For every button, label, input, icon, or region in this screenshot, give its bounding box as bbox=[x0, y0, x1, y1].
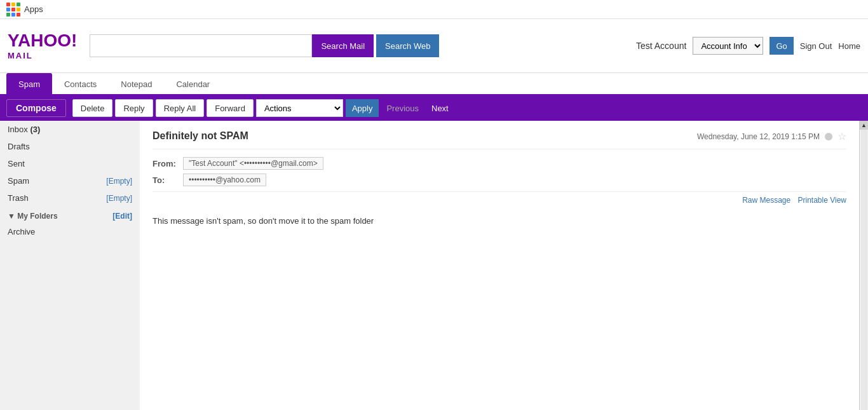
trash-label: Trash bbox=[8, 193, 29, 203]
apps-label: Apps bbox=[24, 4, 43, 14]
my-folders-edit-link[interactable]: [Edit] bbox=[112, 212, 132, 221]
archive-label: Archive bbox=[8, 227, 35, 236]
sidebar-folders: Inbox (3) Drafts Sent Spam [Empty] Trash… bbox=[0, 121, 140, 240]
inbox-label: Inbox (3) bbox=[8, 125, 40, 134]
sidebar-item-trash[interactable]: Trash [Empty] bbox=[0, 189, 140, 207]
from-address: "Test Account" <••••••••••@gmail.com> bbox=[183, 157, 323, 170]
sidebar-item-spam[interactable]: Spam [Empty] bbox=[0, 172, 140, 189]
compose-button[interactable]: Compose bbox=[6, 99, 66, 117]
sidebar-item-inbox[interactable]: Inbox (3) bbox=[0, 121, 140, 138]
apps-grid-icon bbox=[6, 3, 20, 17]
email-timestamp: Wednesday, June 12, 2019 1:15 PM bbox=[697, 132, 820, 141]
drafts-label: Drafts bbox=[8, 142, 30, 151]
email-to-row: To: ••••••••••@yahoo.com bbox=[153, 174, 846, 186]
header-right: Test Account Account Info Go Sign Out Ho… bbox=[636, 37, 860, 55]
previous-button: Previous bbox=[381, 101, 424, 116]
sign-out-link[interactable]: Sign Out bbox=[800, 41, 832, 51]
email-subject: Definitely not SPAM bbox=[153, 130, 248, 142]
actions-select[interactable]: Actions Mark as Read Mark as Unread Add … bbox=[256, 99, 343, 117]
yahoo-text: YAHOO! bbox=[8, 32, 77, 50]
my-folders-header: ▼ My Folders [Edit] bbox=[0, 207, 140, 223]
tab-notepad[interactable]: Notepad bbox=[109, 73, 164, 94]
forward-button[interactable]: Forward bbox=[207, 99, 254, 117]
account-info-select[interactable]: Account Info bbox=[693, 37, 763, 55]
home-link[interactable]: Home bbox=[838, 41, 860, 51]
tab-contacts[interactable]: Contacts bbox=[52, 73, 109, 94]
email-from-row: From: "Test Account" <••••••••••@gmail.c… bbox=[153, 157, 846, 170]
scroll-up-arrow[interactable]: ▲ bbox=[860, 121, 869, 130]
email-body: This message isn't spam, so don't move i… bbox=[153, 215, 846, 228]
go-button[interactable]: Go bbox=[770, 37, 793, 55]
to-address: ••••••••••@yahoo.com bbox=[183, 174, 266, 186]
mail-text: MAIL bbox=[8, 51, 77, 60]
reply-button[interactable]: Reply bbox=[115, 99, 153, 117]
spam-label: Spam bbox=[8, 176, 29, 186]
sidebar-item-archive[interactable]: Archive bbox=[0, 223, 140, 240]
yahoo-logo: YAHOO! MAIL bbox=[8, 32, 77, 60]
apply-button[interactable]: Apply bbox=[346, 99, 379, 117]
sent-label: Sent bbox=[8, 159, 25, 168]
email-links-row: Raw Message Printable View bbox=[153, 191, 846, 205]
tab-spam[interactable]: Spam bbox=[6, 73, 52, 94]
scroll-track bbox=[861, 130, 867, 410]
account-name: Test Account bbox=[636, 41, 686, 51]
header: YAHOO! MAIL Search Mail Search Web Test … bbox=[0, 19, 868, 73]
trash-empty-link[interactable]: [Empty] bbox=[106, 194, 132, 203]
from-label: From: bbox=[153, 159, 178, 168]
email-meta-right: Wednesday, June 12, 2019 1:15 PM ☆ bbox=[697, 130, 846, 142]
spam-empty-link[interactable]: [Empty] bbox=[106, 177, 132, 186]
search-input[interactable] bbox=[90, 34, 312, 57]
tab-calendar[interactable]: Calendar bbox=[164, 73, 222, 94]
right-scrollbar: ▲ ▼ bbox=[859, 121, 868, 410]
sidebar-item-drafts[interactable]: Drafts bbox=[0, 138, 140, 155]
search-web-button[interactable]: Search Web bbox=[376, 34, 439, 57]
star-icon[interactable]: ☆ bbox=[837, 130, 846, 142]
content-area: Definitely not SPAM Wednesday, June 12, … bbox=[140, 121, 859, 410]
email-view: Definitely not SPAM Wednesday, June 12, … bbox=[140, 121, 859, 238]
read-status-icon bbox=[825, 133, 832, 140]
my-folders-label: ▼ My Folders bbox=[8, 212, 58, 221]
email-header-row: Definitely not SPAM Wednesday, June 12, … bbox=[153, 130, 846, 149]
printable-view-link[interactable]: Printable View bbox=[798, 196, 847, 205]
next-button[interactable]: Next bbox=[426, 101, 454, 116]
to-label: To: bbox=[153, 175, 178, 185]
sidebar: Inbox (3) Drafts Sent Spam [Empty] Trash… bbox=[0, 121, 140, 410]
toolbar: Compose Delete Reply Reply All Forward A… bbox=[0, 95, 868, 121]
main-layout: Inbox (3) Drafts Sent Spam [Empty] Trash… bbox=[0, 121, 868, 410]
raw-message-link[interactable]: Raw Message bbox=[742, 196, 790, 205]
sidebar-item-sent[interactable]: Sent bbox=[0, 155, 140, 172]
reply-all-button[interactable]: Reply All bbox=[156, 99, 205, 117]
search-area: Search Mail Search Web bbox=[90, 34, 471, 57]
apps-bar: Apps bbox=[0, 0, 868, 19]
search-mail-button[interactable]: Search Mail bbox=[312, 34, 374, 57]
nav-tabs: Spam Contacts Notepad Calendar bbox=[0, 73, 868, 95]
delete-button[interactable]: Delete bbox=[72, 99, 113, 117]
